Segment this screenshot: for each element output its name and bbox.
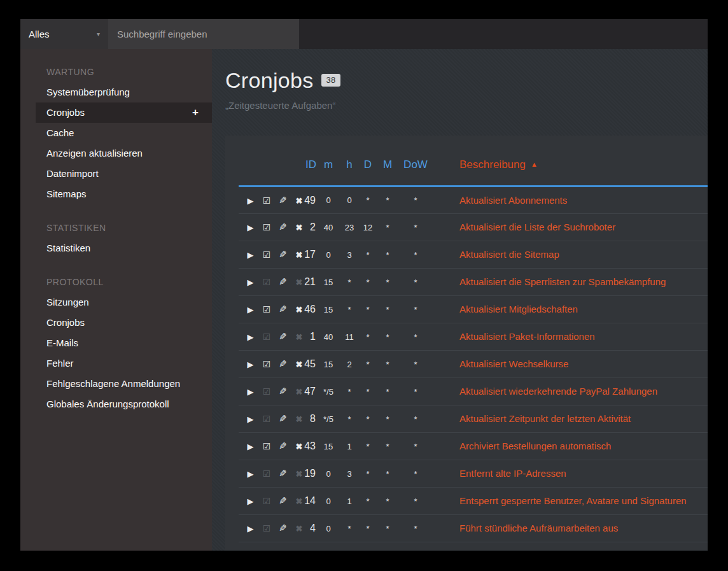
sidebar-item-cronjobs-log[interactable]: Cronjobs: [20, 313, 212, 333]
run-cronjob-icon[interactable]: ▶: [244, 497, 257, 506]
toggle-cronjob-icon[interactable]: ☑: [260, 523, 273, 533]
delete-cronjob-icon[interactable]: ✖: [292, 442, 305, 451]
toggle-cronjob-icon[interactable]: ☑: [260, 414, 273, 424]
run-cronjob-icon[interactable]: ▶: [244, 196, 257, 206]
table-row: ▶ ☑ ✎ ✖ 47 */5 * * * * Aktualisiert wied…: [239, 378, 708, 405]
delete-cronjob-icon[interactable]: ✖: [292, 332, 305, 342]
delete-cronjob-icon[interactable]: ✖: [292, 278, 305, 287]
toggle-cronjob-icon[interactable]: ☑: [260, 469, 273, 479]
run-cronjob-icon[interactable]: ▶: [244, 469, 257, 479]
sidebar-item-globales-aenderungsprotokoll[interactable]: Globales Änderungsprotokoll: [20, 394, 212, 414]
sidebar-item-cache[interactable]: Cache: [20, 123, 212, 143]
run-cronjob-icon[interactable]: ▶: [244, 250, 257, 260]
cronjob-description-link[interactable]: Führt stündliche Aufräumarbeiten aus: [459, 523, 618, 533]
cronjob-description-link[interactable]: Führt tägliche Aufräumarbeiten aus: [459, 550, 608, 551]
delete-cronjob-icon[interactable]: ✖: [292, 414, 305, 424]
header-day[interactable]: D: [358, 136, 377, 187]
add-cronjob-icon[interactable]: +: [192, 102, 199, 123]
edit-cronjob-icon[interactable]: ✎: [276, 386, 290, 397]
run-cronjob-icon[interactable]: ▶: [244, 278, 257, 287]
run-cronjob-icon[interactable]: ▶: [244, 223, 257, 232]
sidebar-item-fehler[interactable]: Fehler: [20, 353, 212, 374]
edit-cronjob-icon[interactable]: ✎: [276, 523, 290, 534]
run-cronjob-icon[interactable]: ▶: [244, 360, 257, 369]
edit-cronjob-icon[interactable]: ✎: [276, 550, 290, 551]
delete-cronjob-icon[interactable]: ✖: [292, 469, 305, 479]
search-scope-dropdown[interactable]: Alles ▾: [20, 19, 108, 49]
table-row: ▶ ☑ ✎ ✖ 2 40 23 12 * * Aktualisiert die …: [239, 214, 708, 241]
header-minute[interactable]: m: [316, 136, 340, 187]
cronjob-day: *: [358, 187, 377, 214]
cronjob-description-link[interactable]: Entsperrt gesperrte Benutzer, Avatare un…: [459, 495, 687, 506]
header-description[interactable]: Beschreibung▲: [433, 136, 708, 187]
toggle-cronjob-icon[interactable]: ☑: [260, 332, 273, 342]
delete-cronjob-icon[interactable]: ✖: [292, 360, 305, 369]
run-cronjob-icon[interactable]: ▶: [244, 387, 257, 397]
edit-cronjob-icon[interactable]: ✎: [276, 441, 290, 452]
cronjob-description-link[interactable]: Aktualisiert Wechselkurse: [459, 358, 568, 369]
delete-cronjob-icon[interactable]: ✖: [292, 497, 305, 506]
cronjob-description-link[interactable]: Aktualisiert Abonnements: [459, 195, 567, 206]
cronjob-description-link[interactable]: Entfernt alte IP-Adressen: [459, 468, 566, 479]
run-cronjob-icon[interactable]: ▶: [244, 442, 257, 451]
header-id[interactable]: ID: [295, 136, 316, 187]
sidebar-item-datenimport[interactable]: Datenimport: [20, 164, 212, 184]
sidebar-item-statistiken[interactable]: Statistiken: [20, 238, 212, 258]
cronjob-description-link[interactable]: Aktualisiert Paket-Informationen: [459, 331, 595, 342]
edit-cronjob-icon[interactable]: ✎: [276, 249, 290, 260]
toggle-cronjob-icon[interactable]: ☑: [260, 359, 273, 369]
run-cronjob-icon[interactable]: ▶: [244, 524, 257, 533]
sidebar-item-cronjobs[interactable]: Cronjobs +: [36, 102, 212, 123]
table-row: ▶ ☑ ✎ ✖ 17 0 3 * * * Aktualisiert die Si…: [239, 241, 708, 269]
delete-cronjob-icon[interactable]: ✖: [292, 305, 305, 314]
sidebar-item-systemueberpruefung[interactable]: Systemüberprüfung: [20, 82, 212, 102]
edit-cronjob-icon[interactable]: ✎: [276, 413, 290, 425]
cronjob-description-link[interactable]: Aktualisiert Zeitpunkt der letzten Aktiv…: [459, 413, 631, 424]
edit-cronjob-icon[interactable]: ✎: [276, 276, 290, 288]
delete-cronjob-icon[interactable]: ✖: [292, 524, 305, 533]
run-cronjob-icon[interactable]: ▶: [244, 332, 257, 342]
search-input[interactable]: [108, 19, 299, 49]
cronjob-minute: */5: [316, 405, 340, 433]
edit-cronjob-icon[interactable]: ✎: [276, 358, 290, 370]
run-cronjob-icon[interactable]: ▶: [244, 305, 257, 314]
cronjob-minute: 40: [316, 323, 340, 351]
sidebar-item-sitemaps[interactable]: Sitemaps: [20, 184, 212, 204]
cronjob-description-link[interactable]: Aktualisiert wiederkehrende PayPal Zahlu…: [459, 386, 657, 397]
sidebar-item-emails[interactable]: E-Mails: [20, 333, 212, 353]
cronjob-day: *: [358, 542, 377, 551]
toggle-cronjob-icon[interactable]: ☑: [260, 496, 273, 506]
delete-cronjob-icon[interactable]: ✖: [292, 250, 305, 260]
cronjob-hour: *: [340, 515, 358, 542]
run-cronjob-icon[interactable]: ▶: [244, 414, 257, 424]
edit-cronjob-icon[interactable]: ✎: [276, 331, 290, 342]
cronjob-day: *: [358, 296, 377, 323]
edit-cronjob-icon[interactable]: ✎: [276, 468, 290, 479]
sidebar-item-sitzungen[interactable]: Sitzungen: [20, 292, 212, 313]
edit-cronjob-icon[interactable]: ✎: [276, 222, 290, 233]
toggle-cronjob-icon[interactable]: ☑: [260, 250, 273, 260]
cronjob-description-link[interactable]: Archiviert Bestellungen automatisch: [459, 441, 611, 451]
cronjob-hour: 23: [340, 214, 358, 241]
cronjob-description-link[interactable]: Aktualisiert die Sperrlisten zur Spambek…: [459, 276, 666, 287]
sidebar-item-fehlgeschlagene-anmeldungen[interactable]: Fehlgeschlagene Anmeldungen: [20, 374, 212, 394]
sidebar-item-anzeigen-aktualisieren[interactable]: Anzeigen aktualisieren: [20, 143, 212, 164]
toggle-cronjob-icon[interactable]: ☑: [260, 304, 273, 314]
toggle-cronjob-icon[interactable]: ☑: [260, 277, 273, 287]
toggle-cronjob-icon[interactable]: ☑: [260, 195, 273, 206]
edit-cronjob-icon[interactable]: ✎: [276, 495, 290, 507]
edit-cronjob-icon[interactable]: ✎: [276, 195, 290, 206]
cronjob-description-link[interactable]: Aktualisiert Mitgliedschaften: [459, 304, 578, 314]
toggle-cronjob-icon[interactable]: ☑: [260, 441, 273, 451]
delete-cronjob-icon[interactable]: ✖: [292, 387, 305, 397]
cronjob-description-link[interactable]: Aktualisiert die Sitemap: [459, 249, 559, 260]
delete-cronjob-icon[interactable]: ✖: [292, 223, 305, 232]
delete-cronjob-icon[interactable]: ✖: [292, 196, 305, 206]
header-dayofweek[interactable]: DoW: [398, 136, 433, 187]
cronjob-description-link[interactable]: Aktualisiert die Liste der Suchroboter: [459, 222, 615, 232]
toggle-cronjob-icon[interactable]: ☑: [260, 386, 273, 397]
toggle-cronjob-icon[interactable]: ☑: [260, 222, 273, 232]
edit-cronjob-icon[interactable]: ✎: [276, 304, 290, 315]
header-hour[interactable]: h: [340, 136, 358, 187]
header-month[interactable]: M: [377, 136, 398, 187]
